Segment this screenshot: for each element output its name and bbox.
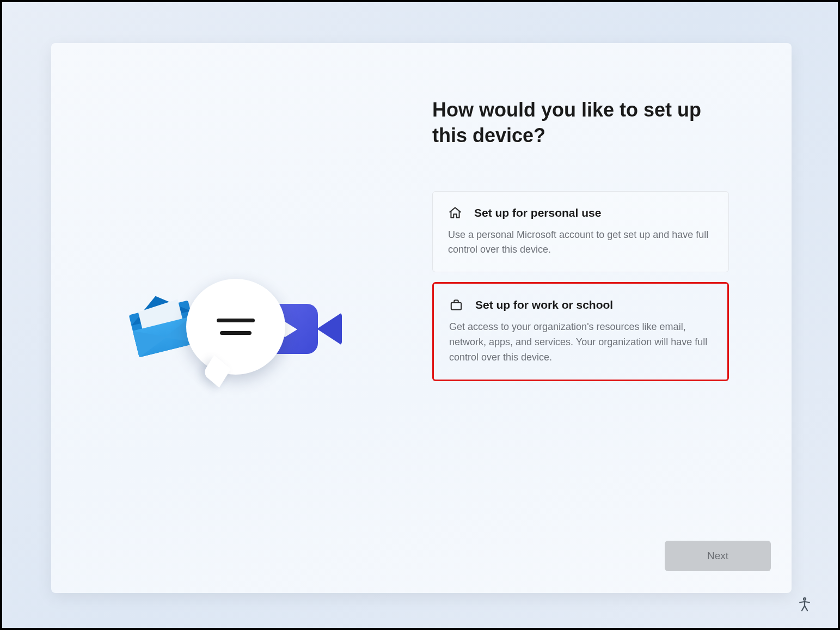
option-work-or-school[interactable]: Set up for work or school Get access to …	[432, 282, 729, 381]
svg-point-1	[804, 598, 806, 600]
illustration-pane	[51, 43, 421, 593]
home-icon	[448, 206, 462, 220]
option-description: Use a personal Microsoft account to get …	[448, 228, 713, 258]
accessibility-icon[interactable]	[796, 596, 813, 613]
svg-rect-0	[451, 303, 461, 310]
setup-illustration	[122, 264, 351, 394]
briefcase-icon	[449, 298, 463, 312]
content-pane: How would you like to set up this device…	[421, 43, 792, 593]
next-button[interactable]: Next	[665, 541, 771, 571]
setup-card: How would you like to set up this device…	[51, 43, 792, 593]
option-title: Set up for work or school	[475, 298, 613, 311]
page-title: How would you like to set up this device…	[432, 97, 726, 149]
option-description: Get access to your organization's resour…	[449, 320, 712, 365]
chat-bubble-icon	[186, 279, 285, 375]
option-title: Set up for personal use	[474, 206, 601, 219]
option-personal-use[interactable]: Set up for personal use Use a personal M…	[432, 191, 729, 273]
